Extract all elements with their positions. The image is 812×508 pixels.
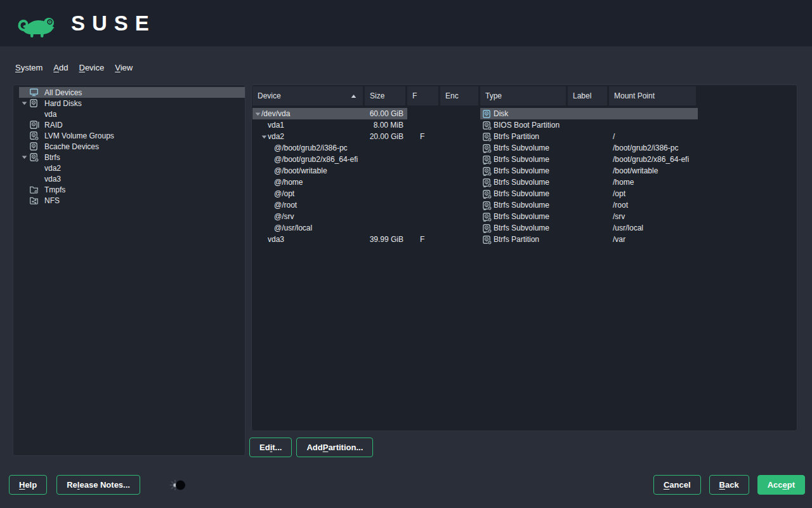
label-cell <box>568 188 609 199</box>
mount-point-cell: /boot/grub2/i386-pc <box>609 142 698 154</box>
cancel-button[interactable]: Cancel <box>653 475 701 495</box>
table-row[interactable]: vda339.99 GiBFBtrfs Partition/var <box>252 234 797 245</box>
sidebar-item-label: Tmpfs <box>44 185 65 194</box>
mount-point-cell: /opt <box>609 188 698 199</box>
btrfs-icon <box>29 152 44 162</box>
table-row[interactable]: vda18.00 MiBBIOS Boot Partition <box>252 119 797 131</box>
partitioner-window: SUSE System Add Device View All DevicesH… <box>0 0 812 508</box>
back-button[interactable]: Back <box>709 475 749 495</box>
help-button[interactable]: Help <box>9 475 47 495</box>
sidebar-item-hard-disks[interactable]: Hard Disks <box>19 98 245 109</box>
column-header-device[interactable]: Device <box>252 86 363 105</box>
row-expander-icon[interactable] <box>254 112 261 116</box>
type-cell: Btrfs Subvolume <box>480 188 568 199</box>
sort-ascending-icon <box>351 94 357 98</box>
table-body: /dev/vda60.00 GiBDiskvda18.00 MiBBIOS Bo… <box>252 108 797 245</box>
encryption-cell <box>440 234 480 245</box>
menu-bar: System Add Device View <box>15 63 133 72</box>
sidebar-item-raid[interactable]: RAID <box>19 119 245 130</box>
add-partition-button[interactable]: Add Partition... <box>296 438 373 457</box>
device-cell: @/opt <box>252 188 365 199</box>
column-header-mount-point[interactable]: Mount Point <box>609 86 696 105</box>
column-header-type[interactable]: Type <box>480 86 566 105</box>
label-cell <box>568 119 609 131</box>
encryption-cell <box>440 119 480 131</box>
tree-expander-icon[interactable] <box>19 101 29 105</box>
type-label: Btrfs Partition <box>494 132 539 141</box>
device-tree-panel: All DevicesHard DisksvdaRAIDLVM Volume G… <box>13 84 246 456</box>
type-label: Btrfs Subvolume <box>494 224 549 232</box>
table-row[interactable]: @/boot/grub2/x86_64-efiBtrfs Subvolume/b… <box>252 154 797 165</box>
encryption-cell <box>440 199 480 211</box>
sidebar-item-lvm-volume-groups[interactable]: LVM Volume Groups <box>19 130 245 141</box>
table-row[interactable]: @/srvBtrfs Subvolume/srv <box>252 211 797 222</box>
label-cell <box>568 108 609 119</box>
label-cell <box>568 211 609 222</box>
sidebar-item-vda[interactable]: vda <box>19 109 245 119</box>
type-label: Btrfs Subvolume <box>494 201 549 210</box>
device-cell: @/boot/grub2/x86_64-efi <box>252 154 365 165</box>
sidebar-item-vda2[interactable]: vda2 <box>19 163 245 173</box>
type-label: Btrfs Subvolume <box>494 144 549 152</box>
table-row[interactable]: @/boot/grub2/i386-pcBtrfs Subvolume/boot… <box>252 142 797 154</box>
device-name: vda1 <box>268 121 284 130</box>
encryption-cell <box>440 108 480 119</box>
table-row[interactable]: /dev/vda60.00 GiBDisk <box>252 108 797 119</box>
theme-toggle-icon[interactable] <box>169 477 187 493</box>
device-name: /dev/vda <box>261 109 290 118</box>
size-cell: 20.00 GiB <box>365 131 407 142</box>
suse-header: SUSE <box>0 0 812 46</box>
table-actions: Edit... Add Partition... <box>249 438 373 457</box>
mount-point-cell: /usr/local <box>609 222 698 234</box>
column-header-size[interactable]: Size <box>365 86 405 105</box>
tmpfs-icon <box>29 185 44 194</box>
type-label: Btrfs Subvolume <box>494 155 549 164</box>
sidebar-item-label: All Devices <box>44 88 82 97</box>
table-row[interactable]: vda220.00 GiBFBtrfs Partition/ <box>252 131 797 142</box>
type-cell: Btrfs Subvolume <box>480 142 568 154</box>
sidebar-item-nfs[interactable]: NFS <box>19 195 245 206</box>
column-header-f[interactable]: F <box>407 86 438 105</box>
mount-point-cell: /boot/writable <box>609 165 698 177</box>
type-label: Disk <box>494 109 508 118</box>
device-cell: vda2 <box>252 131 365 142</box>
table-header: Device Size F Enc Type Label Mount Point <box>252 86 797 105</box>
format-flag-cell <box>407 154 440 165</box>
menu-view[interactable]: View <box>115 63 133 72</box>
table-row[interactable]: @/optBtrfs Subvolume/opt <box>252 188 797 199</box>
table-row[interactable]: @/boot/writableBtrfs Subvolume/boot/writ… <box>252 165 797 177</box>
format-flag-cell <box>407 188 440 199</box>
sidebar-item-label: LVM Volume Groups <box>44 131 114 140</box>
size-cell <box>365 222 407 234</box>
size-cell <box>365 199 407 211</box>
encryption-cell <box>440 177 480 188</box>
release-notes-button[interactable]: Release Notes... <box>56 475 140 495</box>
sidebar-item-tmpfs[interactable]: Tmpfs <box>19 184 245 195</box>
column-header-label[interactable]: Label <box>568 86 607 105</box>
menu-system[interactable]: System <box>15 63 43 72</box>
row-expander-icon[interactable] <box>260 135 268 139</box>
column-header-enc[interactable]: Enc <box>440 86 478 105</box>
table-row[interactable]: @/homeBtrfs Subvolume/home <box>252 177 797 188</box>
size-cell <box>365 154 407 165</box>
table-row[interactable]: @/usr/localBtrfs Subvolume/usr/local <box>252 222 797 234</box>
sidebar-item-btrfs[interactable]: Btrfs <box>19 152 245 163</box>
accept-button[interactable]: Accept <box>757 475 805 495</box>
sidebar-item-bcache-devices[interactable]: Bcache Devices <box>19 141 245 152</box>
device-name: @/srv <box>274 212 294 221</box>
label-cell <box>568 131 609 142</box>
encryption-cell <box>440 211 480 222</box>
subvolume-type-icon <box>480 144 494 153</box>
tree-expander-icon[interactable] <box>19 155 29 159</box>
menu-device[interactable]: Device <box>79 63 104 72</box>
type-cell: Btrfs Subvolume <box>480 211 568 222</box>
sidebar-item-vda3[interactable]: vda3 <box>19 173 245 184</box>
size-cell: 8.00 MiB <box>365 119 407 131</box>
sidebar-item-all-devices[interactable]: All Devices <box>19 87 245 98</box>
device-cell: @/usr/local <box>252 222 365 234</box>
mount-point-cell: /boot/grub2/x86_64-efi <box>609 154 698 165</box>
edit-button[interactable]: Edit... <box>249 438 292 457</box>
menu-add[interactable]: Add <box>53 63 68 72</box>
table-row[interactable]: @/rootBtrfs Subvolume/root <box>252 199 797 211</box>
sidebar-item-label: RAID <box>44 121 63 130</box>
